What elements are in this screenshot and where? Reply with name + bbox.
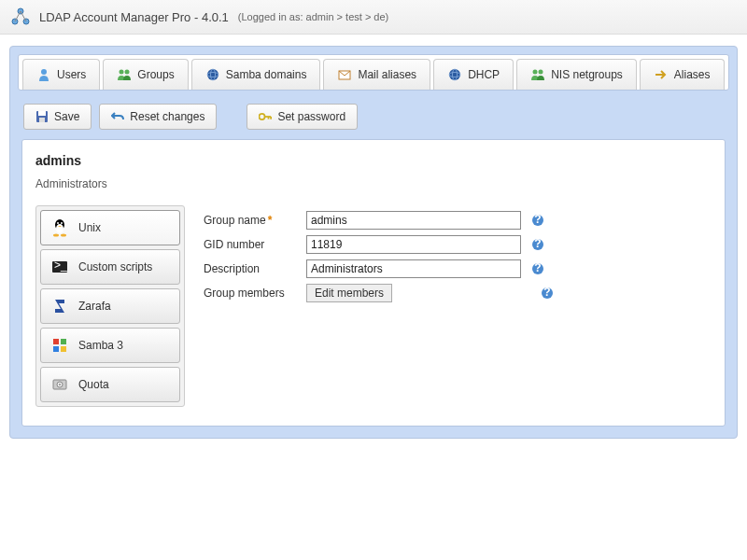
svg-text:?: ?: [534, 238, 541, 250]
side-tab-unix[interactable]: Unix: [40, 210, 180, 245]
windows-icon: [50, 336, 69, 355]
app-title: LDAP Account Manager Pro - 4.0.1: [39, 10, 229, 24]
side-tab-label: Samba 3: [78, 339, 123, 352]
zarafa-icon: [50, 297, 69, 315]
tab-label: Mail aliases: [358, 68, 416, 81]
svg-rect-33: [61, 339, 66, 344]
tux-icon: [50, 218, 69, 237]
key-icon: [259, 110, 272, 123]
svg-point-28: [53, 234, 59, 237]
svg-rect-18: [38, 111, 46, 116]
globe-icon: [447, 67, 462, 82]
input-gid[interactable]: [306, 235, 521, 254]
body-row: Unix >_ Custom scripts Zarafa Samba 3 Qu…: [35, 205, 712, 407]
main-panel: Users Groups Samba domains Mail aliases …: [9, 46, 738, 439]
button-label: Reset changes: [130, 110, 204, 123]
svg-point-26: [57, 222, 59, 224]
row-description: Description ?: [204, 259, 712, 278]
label-group-name: Group name*: [204, 214, 306, 227]
help-icon[interactable]: ?: [540, 286, 555, 301]
tab-samba-domains[interactable]: Samba domains: [191, 59, 321, 90]
svg-text:>_: >_: [54, 260, 67, 272]
svg-point-25: [56, 224, 63, 233]
tab-aliases[interactable]: Aliases: [640, 59, 725, 90]
svg-point-29: [61, 234, 66, 237]
form-area: Group name* ? GID number ? Description ?…: [204, 205, 712, 407]
svg-text:?: ?: [534, 214, 541, 226]
side-tab-label: Zarafa: [78, 300, 111, 313]
tab-nis-netgroups[interactable]: NIS netgroups: [516, 59, 637, 90]
svg-point-20: [260, 114, 265, 119]
button-label: Save: [54, 110, 79, 123]
tab-label: DHCP: [468, 68, 500, 81]
svg-point-12: [449, 69, 460, 80]
arrow-icon: [654, 67, 669, 82]
side-tab-samba3[interactable]: Samba 3: [40, 328, 180, 363]
svg-point-5: [41, 69, 47, 75]
user-icon: [36, 67, 51, 82]
svg-point-38: [59, 384, 61, 385]
svg-rect-34: [53, 346, 59, 352]
tab-label: NIS netgroups: [551, 68, 623, 81]
group-name-heading: admins: [35, 149, 712, 172]
label-description: Description: [204, 262, 306, 275]
row-gid: GID number ?: [204, 235, 712, 254]
input-group-name[interactable]: [306, 211, 521, 230]
svg-point-16: [539, 70, 543, 75]
side-tab-label: Quota: [78, 378, 109, 391]
side-tab-label: Unix: [78, 221, 101, 234]
group-subtitle: Administrators: [35, 172, 712, 200]
required-marker: *: [268, 214, 273, 227]
svg-point-7: [125, 70, 130, 75]
app-header: LDAP Account Manager Pro - 4.0.1 (Logged…: [0, 0, 747, 35]
reset-button[interactable]: Reset changes: [99, 104, 217, 130]
edit-members-button[interactable]: Edit members: [306, 284, 392, 302]
svg-rect-32: [53, 339, 59, 344]
svg-text:?: ?: [543, 287, 550, 299]
svg-rect-35: [61, 346, 66, 352]
tab-mail-aliases[interactable]: Mail aliases: [323, 59, 430, 90]
login-info: (Logged in as: admin > test > de): [238, 11, 388, 22]
save-button[interactable]: Save: [23, 104, 92, 130]
row-members: Group members Edit members ?: [204, 284, 712, 302]
label-members: Group members: [204, 287, 306, 300]
help-icon[interactable]: ?: [530, 261, 545, 276]
terminal-icon: >_: [50, 258, 69, 276]
disk-icon: [50, 375, 69, 394]
top-tabs: Users Groups Samba domains Mail aliases …: [18, 54, 729, 91]
side-tab-quota[interactable]: Quota: [40, 367, 180, 402]
help-icon[interactable]: ?: [530, 213, 545, 228]
label-gid: GID number: [204, 238, 306, 251]
row-group-name: Group name* ?: [204, 211, 712, 230]
svg-point-27: [61, 222, 63, 224]
tab-label: Groups: [137, 68, 174, 81]
side-tab-custom-scripts[interactable]: >_ Custom scripts: [40, 249, 180, 285]
save-icon: [35, 110, 49, 123]
mail-icon: [337, 67, 352, 82]
svg-point-8: [207, 69, 218, 80]
tab-label: Samba domains: [226, 68, 307, 81]
tab-dhcp[interactable]: DHCP: [433, 59, 514, 90]
svg-point-15: [533, 70, 538, 75]
button-label: Set password: [277, 110, 345, 123]
svg-text:?: ?: [534, 262, 541, 274]
group-icon: [117, 67, 132, 82]
group-icon: [530, 67, 545, 82]
help-icon[interactable]: ?: [530, 237, 545, 252]
input-description[interactable]: [306, 259, 521, 278]
side-tab-zarafa[interactable]: Zarafa: [40, 288, 180, 324]
svg-rect-19: [39, 118, 45, 122]
content-box: admins Administrators Unix >_ Custom scr…: [21, 139, 726, 427]
action-bar: Save Reset changes Set password: [18, 91, 729, 139]
svg-point-6: [120, 70, 124, 75]
tab-label: Aliases: [674, 68, 711, 81]
app-logo-icon: [9, 6, 32, 28]
side-tab-label: Custom scripts: [78, 260, 152, 273]
tab-label: Users: [57, 68, 86, 81]
globe-icon: [205, 67, 220, 82]
undo-icon: [111, 110, 124, 123]
tab-users[interactable]: Users: [22, 59, 100, 90]
set-password-button[interactable]: Set password: [247, 104, 358, 130]
tab-groups[interactable]: Groups: [103, 59, 188, 90]
side-tabs: Unix >_ Custom scripts Zarafa Samba 3 Qu…: [35, 205, 185, 407]
